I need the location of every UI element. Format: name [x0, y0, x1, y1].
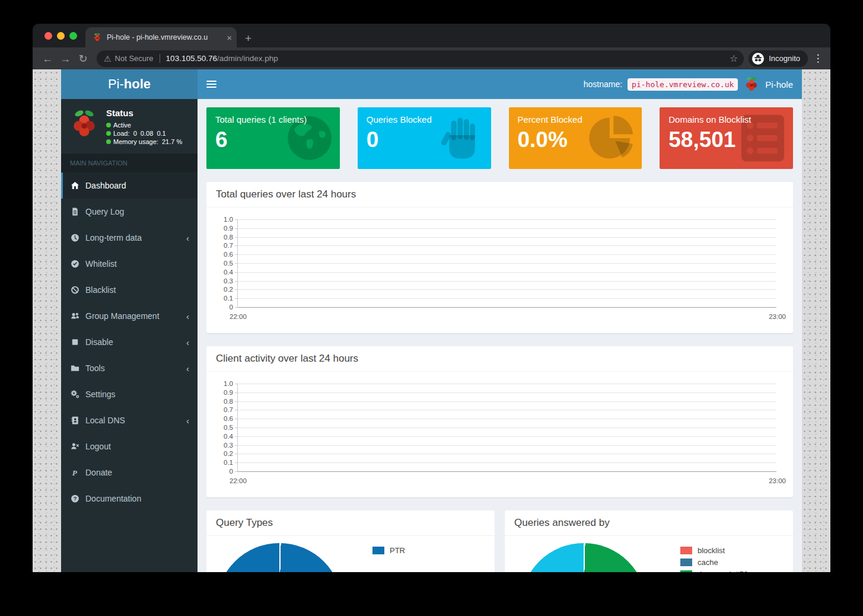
- browser-toolbar: ← → ↻ ⚠ Not Secure 103.105.50.76 /admin/…: [33, 47, 830, 69]
- legend-item[interactable]: dns.google#53: [680, 568, 748, 572]
- omnibox-divider: [160, 54, 160, 63]
- stat-card-percent-blocked[interactable]: Percent Blocked 0.0%: [509, 107, 642, 169]
- nav-section-label: MAIN NAVIGATION: [61, 154, 198, 173]
- paypal-icon: P: [70, 468, 80, 477]
- card-value: 0: [367, 129, 482, 151]
- hostname-label: hostname:: [584, 79, 622, 89]
- stat-card-total-queries[interactable]: Total queries (1 clients) 6: [206, 107, 340, 169]
- card-value: 58,501: [668, 129, 784, 151]
- legend-swatch: [680, 558, 692, 566]
- back-icon[interactable]: ←: [39, 53, 56, 64]
- brand-bold: hole: [124, 76, 151, 92]
- panel-title: Client activity over last 24 hours: [206, 346, 793, 372]
- pihole-favicon-icon: [93, 33, 102, 42]
- sidebar-item-label: Group Management: [85, 311, 160, 321]
- status-panel: Status Active Load: 0 0.08 0.1 Memory us…: [61, 99, 198, 154]
- queries-answered-legend: blocklistcachedns.google#53dns.google#53: [680, 544, 748, 572]
- users-icon: [70, 311, 80, 321]
- reload-icon[interactable]: ↻: [74, 53, 92, 64]
- legend-label: blocklist: [698, 546, 725, 555]
- svg-text:?: ?: [74, 496, 77, 502]
- window-controls[interactable]: [33, 24, 85, 47]
- stat-cards-row: Total queries (1 clients) 6 Queries Bloc…: [206, 107, 793, 169]
- query-types-donut-chart[interactable]: [216, 543, 342, 572]
- sidebar-item-label: Logout: [85, 442, 111, 451]
- legend-swatch: [372, 547, 384, 554]
- legend-item[interactable]: cache: [680, 556, 748, 568]
- stat-card-domains-blocklist[interactable]: Domains on Blocklist 58,501: [660, 107, 793, 169]
- top-navbar: hostname: pi-hole.vmreview.co.uk Pi-hole: [198, 69, 802, 99]
- sidebar-item-disable[interactable]: Disable‹: [61, 329, 198, 355]
- legend-swatch: [680, 570, 692, 573]
- desktop: Pi-hole - pi-hole.vmreview.co.u × + ← → …: [0, 0, 863, 616]
- desktop-wallpaper-left: [33, 69, 61, 572]
- tab-title: Pi-hole - pi-hole.vmreview.co.u: [107, 33, 222, 42]
- sidebar-item-label: Documentation: [85, 494, 141, 503]
- sidebar-item-group-management[interactable]: Group Management‹: [61, 303, 198, 329]
- brand-light: Pi-: [108, 76, 124, 92]
- sidebar: Status Active Load: 0 0.08 0.1 Memory us…: [61, 99, 198, 572]
- card-title: Total queries (1 clients): [215, 114, 331, 125]
- logout-icon: [70, 442, 80, 451]
- sidebar-item-label: Blacklist: [85, 285, 116, 295]
- zoom-window-button[interactable]: [69, 32, 77, 40]
- address-bar[interactable]: ⚠ Not Secure 103.105.50.76 /admin/index.…: [97, 50, 744, 67]
- sidebar-item-label: Whitelist: [85, 259, 117, 269]
- panel-client-activity: Client activity over last 24 hours 1.00.…: [206, 346, 793, 497]
- sidebar-item-long-term-data[interactable]: Long-term data‹: [61, 225, 198, 251]
- sidebar-item-documentation[interactable]: ?Documentation: [61, 486, 198, 512]
- sidebar-item-donate[interactable]: PDonate: [61, 459, 198, 486]
- minimize-window-button[interactable]: [57, 32, 65, 40]
- sidebar-item-label: Query Log: [85, 207, 124, 216]
- file-icon: [70, 207, 80, 216]
- not-secure-warning-icon[interactable]: ⚠: [104, 54, 112, 63]
- sidebar-item-label: Disable: [85, 337, 113, 347]
- browser-tab[interactable]: Pi-hole - pi-hole.vmreview.co.u ×: [85, 27, 237, 47]
- desktop-wallpaper-right: [802, 69, 830, 572]
- panel-total-queries: Total queries over last 24 hours 1.00.90…: [206, 182, 793, 333]
- sidebar-item-label: Dashboard: [85, 181, 126, 190]
- status-load: Load: 0 0.08 0.1: [106, 130, 182, 137]
- legend-label: dns.google#53: [698, 570, 748, 573]
- sidebar-item-whitelist[interactable]: Whitelist: [61, 251, 198, 277]
- sidebar-item-tools[interactable]: Tools‹: [61, 355, 198, 381]
- sidebar-nav: DashboardQuery LogLong-term data‹Whiteli…: [61, 173, 198, 512]
- check-circle-icon: [70, 259, 80, 269]
- app-name: Pi-hole: [765, 79, 793, 90]
- status-ok-icon: [106, 139, 111, 144]
- address-book-icon: [70, 416, 80, 425]
- browser-menu-icon[interactable]: ⋮: [811, 52, 824, 65]
- incognito-badge: Incognito: [749, 50, 808, 67]
- sidebar-item-logout[interactable]: Logout: [61, 433, 198, 459]
- sidebar-item-blacklist[interactable]: Blacklist: [61, 277, 198, 303]
- legend-item[interactable]: PTR: [372, 544, 405, 556]
- folder-icon: [70, 363, 80, 373]
- chevron-left-icon: ‹: [186, 363, 189, 374]
- legend-item[interactable]: blocklist: [680, 544, 748, 556]
- card-value: 0.0%: [518, 129, 633, 151]
- forward-icon[interactable]: →: [56, 53, 74, 64]
- sidebar-item-local-dns[interactable]: Local DNS‹: [61, 407, 198, 433]
- sidebar-item-settings[interactable]: Settings: [61, 381, 198, 407]
- svg-text:P: P: [72, 468, 78, 477]
- sidebar-item-dashboard[interactable]: Dashboard: [61, 173, 198, 199]
- chevron-left-icon: ‹: [186, 311, 189, 321]
- card-title: Queries Blocked: [367, 114, 482, 125]
- incognito-icon: [751, 52, 765, 65]
- bookmark-star-icon[interactable]: ☆: [730, 53, 738, 64]
- gears-icon: [70, 390, 80, 399]
- new-tab-button[interactable]: +: [245, 33, 251, 44]
- raspberry-logo: [68, 107, 100, 141]
- stat-card-queries-blocked[interactable]: Queries Blocked 0: [358, 107, 491, 169]
- status-memory: Memory usage: 21.7 %: [106, 138, 182, 145]
- pihole-brand-logo[interactable]: Pi-hole: [61, 69, 198, 99]
- client-activity-chart: 1.00.90.80.70.60.50.40.30.20.1022:0023:0…: [237, 384, 776, 471]
- sidebar-item-query-log[interactable]: Query Log: [61, 199, 198, 225]
- sidebar-toggle-icon[interactable]: [206, 81, 216, 88]
- close-window-button[interactable]: [44, 32, 52, 40]
- question-icon: ?: [70, 494, 80, 503]
- queries-answered-donut-chart[interactable]: [521, 543, 647, 572]
- tab-close-icon[interactable]: ×: [227, 33, 232, 42]
- sidebar-item-label: Long-term data: [85, 233, 142, 242]
- query-types-legend: PTR: [372, 544, 405, 556]
